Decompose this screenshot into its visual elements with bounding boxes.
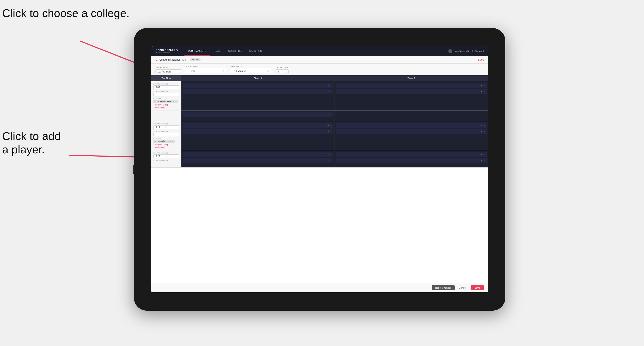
- scroll-area[interactable]: Tee Time Team 1 Team 2 STARTING TIME: ⏱ …: [151, 75, 488, 283]
- px-r3-t1-1[interactable]: ✕: [327, 153, 329, 156]
- pc-r2-t1-1[interactable]: ⌄: [330, 124, 332, 126]
- course-row-1: ✕ ⌄: [151, 110, 488, 121]
- team2-course-row1: [335, 110, 488, 121]
- back-button[interactable]: ‹ Back: [476, 58, 484, 61]
- player-ch-c-1[interactable]: ⌄: [330, 113, 332, 116]
- px-r2-t1-1[interactable]: ✕: [327, 124, 329, 126]
- intervals-field: Intervals ⏱: [231, 65, 271, 74]
- cancel-button[interactable]: Cancel: [457, 285, 468, 290]
- pc-r2-t2-2[interactable]: ⌄: [483, 130, 485, 133]
- th-tee-time: Tee Time: [151, 75, 182, 81]
- time-input-1[interactable]: [154, 86, 164, 88]
- tournament-title: Clippd Invitational (Men): [160, 58, 188, 61]
- pc-r2-t2-1[interactable]: ⌄: [483, 124, 485, 126]
- player-r2-t2-2[interactable]: ✕ ⌄: [336, 129, 487, 134]
- pc-r3-t1-1[interactable]: ⌄: [330, 153, 332, 156]
- tee-row-1-left: STARTING TIME: ⏱ STARTING HOLE: 1 ⌄: [151, 81, 182, 110]
- start-type-field: Start Type 1st Tee Start: [156, 67, 182, 74]
- sign-out-link[interactable]: Sign out: [475, 50, 484, 52]
- remove-group-btn-1[interactable]: ○ Remove Group: [153, 104, 179, 106]
- course-chevron-1[interactable]: ⌄: [175, 100, 177, 102]
- player-row-1-1[interactable]: ✕ ⌄: [183, 83, 333, 88]
- group-size-select[interactable]: 3 4: [276, 69, 288, 74]
- group-size-select-wrapper[interactable]: 3 4: [276, 69, 288, 74]
- player-x-btn-2-2[interactable]: ✕: [481, 90, 482, 93]
- time-icon-2: ⏱: [165, 126, 167, 128]
- player-r3-t1-1[interactable]: ✕ ⌄: [183, 152, 333, 157]
- px-r3-t2-2[interactable]: ✕: [481, 159, 482, 162]
- pc-r3-t2-1[interactable]: ⌄: [483, 153, 485, 156]
- top-nav: SCOREBOARD Powered by clippd TOURNAMENTS…: [151, 46, 488, 56]
- px-r3-t2-1[interactable]: ✕: [481, 153, 482, 156]
- hole-select-2[interactable]: 1: [153, 133, 179, 136]
- hosting-badge: Hosting: [190, 58, 201, 61]
- player-r3-t2-2[interactable]: ✕ ⌄: [336, 158, 487, 163]
- separator: |: [472, 50, 473, 52]
- player-row-2-1[interactable]: ✕ ⌄: [336, 83, 487, 88]
- user-email: blair@clippd.io: [454, 50, 470, 52]
- player-x-btn-1-1[interactable]: ✕: [327, 84, 329, 86]
- course-remove-2[interactable]: ✕: [170, 140, 171, 142]
- time-icon-1: ⏱: [165, 86, 167, 88]
- add-group-btn-2[interactable]: + Add Group: [153, 146, 179, 148]
- course-remove-1[interactable]: ✕: [173, 100, 175, 102]
- start-type-label: Start Type: [156, 67, 182, 69]
- time-input-3[interactable]: [154, 155, 164, 158]
- content-wrapper: Tee Time Team 1 Team 2 STARTING TIME: ⏱ …: [151, 75, 488, 292]
- player-chevron-2-2[interactable]: ⌄: [483, 90, 485, 93]
- px-r3-t1-2[interactable]: ✕: [327, 159, 329, 162]
- nav-committee[interactable]: COMMITTEE: [225, 46, 246, 56]
- player-chevron-1-1[interactable]: ⌄: [330, 84, 332, 86]
- annotation-player: Click to adda player.: [2, 129, 61, 156]
- nav-tournaments[interactable]: TOURNAMENTS: [184, 46, 210, 56]
- player-chevron-2-1[interactable]: ⌄: [483, 84, 485, 86]
- plus-icon-1: +: [153, 106, 154, 109]
- player-course-row-1[interactable]: ✕ ⌄: [183, 112, 333, 117]
- intervals-input[interactable]: [232, 69, 266, 73]
- tee-row-1: STARTING TIME: ⏱ STARTING HOLE: 1 ⌄: [151, 81, 488, 110]
- player-r2-t1-2[interactable]: ✕ ⌄: [183, 129, 333, 134]
- remove-group-btn-2[interactable]: ○ Remove Group: [153, 144, 179, 146]
- starting-time-label-3: STARTING TIME:: [153, 152, 179, 154]
- time-input-2[interactable]: [154, 126, 164, 128]
- tablet-side-button: [132, 165, 134, 174]
- save-button[interactable]: Save: [470, 285, 484, 290]
- px-r2-t2-2[interactable]: ✕: [481, 130, 482, 133]
- px-r2-t2-1[interactable]: ✕: [481, 124, 482, 126]
- px-r2-t1-2[interactable]: ✕: [327, 130, 329, 133]
- sub-header: C Clippd Invitational (Men) Hosting ‹ Ba…: [151, 56, 488, 64]
- player-r2-t1-1[interactable]: ✕ ⌄: [183, 123, 333, 128]
- logo-title: SCOREBOARD: [156, 48, 178, 52]
- start-type-select-wrapper[interactable]: 1st Tee Start: [156, 69, 182, 74]
- course-chevron-2[interactable]: ⌄: [172, 140, 174, 142]
- player-r2-t2-1[interactable]: ✕ ⌄: [336, 123, 487, 128]
- player-r3-t2-1[interactable]: ✕ ⌄: [336, 152, 487, 157]
- pc-r3-t2-2[interactable]: ⌄: [483, 159, 485, 162]
- team1-row2: ✕ ⌄ ✕ ⌄: [182, 121, 335, 150]
- reset-changes-button[interactable]: Reset Changes: [432, 285, 454, 290]
- player-r3-t1-2[interactable]: ✕ ⌄: [183, 158, 333, 163]
- nav-teams[interactable]: TEAMS: [210, 46, 225, 56]
- starting-hole-label-3: STARTING HOLE:: [153, 160, 179, 161]
- player-row-2-2[interactable]: ✕ ⌄: [336, 89, 487, 94]
- team2-row3: ✕ ⌄ ✕ ⌄: [335, 150, 488, 168]
- app-footer: Reset Changes Cancel Save: [151, 283, 488, 292]
- player-chevron-1-2[interactable]: ⌄: [330, 90, 332, 93]
- player-row-1-2[interactable]: ✕ ⌄: [183, 89, 333, 94]
- team1-row1: ✕ ⌄ ✕ ⌄: [182, 81, 335, 110]
- pc-r3-t1-2[interactable]: ⌄: [330, 159, 332, 162]
- player-x-btn-2-1[interactable]: ✕: [481, 84, 482, 86]
- add-group-btn-1[interactable]: + Add Group: [153, 106, 179, 109]
- annotation-college: Click to choose a college.: [2, 6, 130, 20]
- tee-row-3: STARTING TIME: ⏱ STARTING HOLE: ✕: [151, 150, 488, 168]
- player-x-btn-1-2[interactable]: ✕: [327, 90, 329, 93]
- th-team2: Team 2: [335, 75, 488, 81]
- tablet-frame: SCOREBOARD Powered by clippd TOURNAMENTS…: [134, 28, 505, 311]
- player-x-c-1[interactable]: ✕: [327, 113, 329, 116]
- start-type-select[interactable]: 1st Tee Start: [156, 69, 182, 74]
- pc-r2-t1-2[interactable]: ⌄: [330, 130, 332, 133]
- start-time-input[interactable]: [188, 69, 221, 73]
- course-tag-2: ⊕ East Lake GC ✕ ⌄: [153, 140, 175, 143]
- nav-rankings[interactable]: RANKINGS: [246, 46, 265, 56]
- hole-select-1[interactable]: 1: [153, 93, 179, 96]
